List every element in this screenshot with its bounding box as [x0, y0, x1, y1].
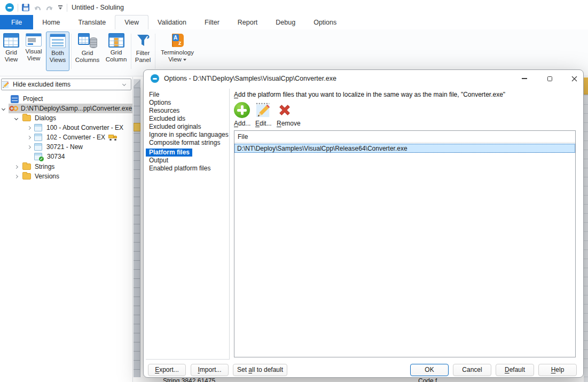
- tree-item-label: 100 - About Converter - EX: [46, 124, 123, 131]
- tab-file[interactable]: File: [0, 15, 33, 29]
- tab-debug[interactable]: Debug: [266, 15, 304, 29]
- tree-item-dialog-100[interactable]: 100 - About Converter - EX: [28, 123, 123, 132]
- button-label: View: [27, 55, 41, 61]
- maximize-icon: [547, 76, 552, 81]
- check-badge-icon: ✓: [39, 157, 44, 161]
- file-list-row[interactable]: D:\NT\Deploy\Samples\VisualCpp\Release64…: [234, 144, 575, 153]
- button-label: Grid: [82, 50, 93, 56]
- close-button[interactable]: [566, 73, 583, 84]
- tree-item-label: D:\NT\Deploy\Samp...pp\Converter.exe: [21, 105, 132, 112]
- terminology-view-button[interactable]: Az TerminologyView: [156, 32, 198, 71]
- tab-filter[interactable]: Filter: [195, 15, 229, 29]
- platform-files-list: File D:\NT\Deploy\Samples\VisualCpp\Rele…: [234, 130, 576, 357]
- category-enabled-platform-files[interactable]: Enabled platform files: [146, 165, 229, 173]
- remove-icon: [277, 102, 293, 118]
- ok-button[interactable]: OK: [410, 364, 449, 376]
- visual-cpp-file-icon: [9, 105, 19, 112]
- set-all-to-default-button[interactable]: Set all to default: [233, 364, 287, 376]
- both-views-icon: [50, 34, 66, 48]
- tree-item-dialog-30721[interactable]: 30721 - New: [28, 142, 83, 152]
- category-options[interactable]: Options: [146, 99, 229, 107]
- group-separator: [71, 34, 72, 69]
- button-label: Columns: [75, 57, 99, 63]
- chevron-collapsed-icon[interactable]: [27, 145, 31, 149]
- chevron-collapsed-icon[interactable]: [27, 126, 31, 129]
- tree-item-label: Dialogs: [35, 114, 56, 122]
- tab-report[interactable]: Report: [229, 15, 267, 29]
- options-dialog: Options - D:\NT\Deploy\Samples\VisualCpp…: [143, 69, 584, 378]
- undo-icon[interactable]: [33, 4, 42, 12]
- maximize-button[interactable]: [541, 73, 558, 84]
- folder-icon: [22, 115, 31, 121]
- grid-column-button[interactable]: GridColumn: [102, 32, 130, 71]
- category-excluded-ids[interactable]: Excluded ids: [146, 115, 229, 123]
- help-button[interactable]: Help: [538, 364, 577, 376]
- both-views-button[interactable]: BothViews: [46, 32, 69, 71]
- chevron-collapsed-icon[interactable]: [27, 135, 31, 139]
- grid-view-button[interactable]: GridView: [1, 32, 21, 71]
- dialog-resource-icon: [34, 143, 42, 151]
- edit-filter-icon: [2, 81, 10, 89]
- dialog-resource-icon: [34, 124, 42, 131]
- button-label: View: [5, 56, 18, 63]
- chevron-expanded-icon[interactable]: [2, 106, 5, 110]
- tree-item-converter-exe[interactable]: D:\NT\Deploy\Samp...pp\Converter.exe: [2, 104, 132, 113]
- category-file[interactable]: File: [146, 91, 229, 99]
- button-label: View: [168, 56, 182, 63]
- tab-validation[interactable]: Validation: [148, 15, 195, 29]
- cancel-button[interactable]: Cancel: [453, 364, 491, 376]
- options-category-list: File Options Resources Excluded ids Excl…: [146, 89, 230, 360]
- grid-right-sliver: [584, 77, 588, 382]
- tree-item-dialog-30734[interactable]: ✓ 30734: [34, 152, 65, 161]
- tree-item-dialog-102[interactable]: 102 - Converter - EX: [28, 132, 117, 142]
- filter-dropdown-value: Hide excluded items: [13, 81, 70, 88]
- grid-columns-button[interactable]: GridColumns: [73, 32, 101, 71]
- tree-item-label: Strings: [35, 163, 54, 170]
- dropdown-caret-icon: [183, 59, 186, 61]
- customize-qat-icon[interactable]: [58, 5, 63, 10]
- clipped-stat-text: Code f: [418, 377, 437, 382]
- edit-label: Edit...: [255, 120, 272, 127]
- tree-item-dialogs[interactable]: Dialogs: [15, 113, 56, 123]
- file-column-header[interactable]: File: [234, 131, 575, 143]
- folder-icon: [22, 163, 31, 170]
- project-icon: [11, 95, 19, 103]
- button-label: Both: [51, 50, 64, 56]
- button-label: Grid: [5, 49, 17, 56]
- minimize-button[interactable]: [516, 73, 533, 84]
- button-label: Grid: [111, 49, 122, 56]
- dialog-resource-icon: [34, 134, 42, 141]
- export-button[interactable]: Export...: [148, 364, 186, 376]
- remove-button[interactable]: Remove: [277, 102, 308, 127]
- category-excluded-originals[interactable]: Excluded originals: [146, 123, 229, 131]
- tree-item-versions[interactable]: Versions: [15, 171, 59, 181]
- tab-options[interactable]: Options: [304, 15, 346, 29]
- category-composite-format-strings[interactable]: Composite format strings: [146, 139, 229, 147]
- soluling-main-window: Untitled - Soluling File Home Translate …: [0, 0, 588, 382]
- chevron-collapsed-icon[interactable]: [14, 174, 18, 178]
- save-icon[interactable]: [22, 4, 29, 11]
- tab-view[interactable]: View: [115, 15, 148, 29]
- category-platform-files[interactable]: Platform files: [146, 149, 192, 157]
- category-output[interactable]: Output: [146, 157, 229, 165]
- tree-item-strings[interactable]: Strings: [15, 162, 54, 171]
- filter-dropdown[interactable]: Hide excluded items: [1, 79, 131, 90]
- tab-home[interactable]: Home: [33, 15, 69, 29]
- button-label: Terminology: [161, 49, 194, 56]
- grid-view-icon: [3, 33, 19, 48]
- category-ignore-in-specific-languages[interactable]: Ignore in specific languages: [146, 131, 229, 139]
- category-resources[interactable]: Resources: [146, 107, 229, 115]
- redo-icon[interactable]: [45, 4, 54, 12]
- app-menu-icon[interactable]: [5, 3, 14, 12]
- grid-corner-cell: [134, 79, 140, 88]
- chevron-collapsed-icon[interactable]: [14, 165, 18, 168]
- tree-item-project[interactable]: Project: [11, 94, 43, 104]
- visual-view-button[interactable]: VisualView: [22, 32, 45, 71]
- chevron-expanded-icon[interactable]: [14, 116, 18, 120]
- quick-access-toolbar: [0, 3, 67, 12]
- default-button[interactable]: Default: [496, 364, 534, 376]
- tab-translate[interactable]: Translate: [69, 15, 115, 29]
- filter-panel-button[interactable]: FilterPanel: [132, 32, 154, 71]
- import-button[interactable]: Import...: [191, 364, 229, 376]
- close-icon: [571, 76, 577, 82]
